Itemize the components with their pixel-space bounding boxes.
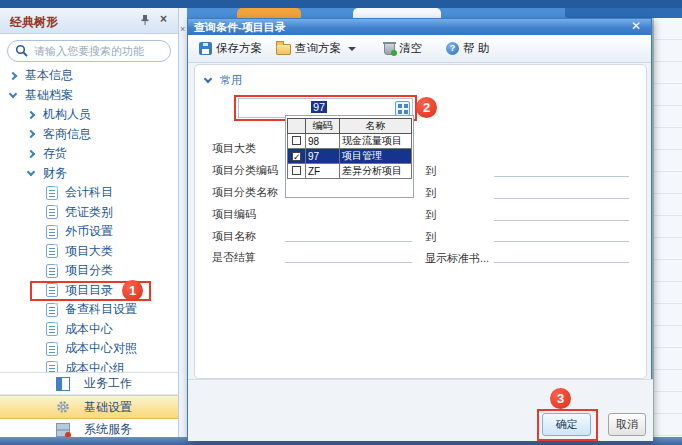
tree-item-label: 备查科目设置 [65, 301, 137, 318]
query-condition-dialog: 查询条件-项目目录 ✕ 保存方案 查询方案 清空 ? 帮 助 [187, 18, 652, 441]
sidebar-title: 经典树形 [10, 14, 58, 31]
tree-item-customer-info[interactable]: 客商信息 [0, 125, 178, 145]
menu-item-label: 业务工作 [84, 375, 132, 392]
search-input[interactable] [7, 40, 171, 62]
background-tab-active[interactable] [237, 8, 301, 18]
clear-button[interactable]: 清空 [379, 39, 427, 58]
background-tab-bar [187, 8, 682, 18]
tree-item-foreign-currency[interactable]: 外币设置 [0, 222, 178, 242]
tree-item-label: 成本中心组 [65, 360, 125, 372]
to-label: 到 [425, 230, 436, 245]
pin-icon[interactable] [140, 14, 150, 26]
tree-item-basic-archives[interactable]: 基础档案 [0, 86, 178, 106]
lookup-grid-icon[interactable] [395, 101, 410, 116]
annotation-badge-1: 1 [122, 280, 143, 301]
sidebar-bottom-menu: 业务工作 基础设置 系统服务 [0, 372, 178, 445]
table-row-selected[interactable]: ✓ 97 项目管理 [288, 149, 412, 164]
tree-item-label: 项目分类 [65, 262, 113, 279]
tree-item-label: 凭证类别 [65, 204, 113, 221]
field-label-settled: 是否结算 [212, 250, 256, 265]
gear-icon [56, 400, 70, 414]
menu-item-business-work[interactable]: 业务工作 [0, 373, 178, 395]
query-plan-button[interactable]: 查询方案 [271, 39, 361, 58]
ok-button[interactable]: 确定 [542, 413, 591, 436]
sidebar-search [7, 40, 171, 62]
section-header-common[interactable]: 常用 [205, 73, 242, 88]
input-underline[interactable] [494, 262, 629, 263]
tree-item-basic-info[interactable]: 基本信息 [0, 66, 178, 86]
document-icon [46, 361, 58, 372]
panel-gap: × [178, 8, 187, 437]
input-underline[interactable] [285, 241, 412, 242]
tree-item-project-directory[interactable]: 项目目录 1 [0, 281, 178, 301]
dialog-titlebar[interactable]: 查询条件-项目目录 ✕ [188, 19, 651, 35]
chevron-down-icon [27, 168, 35, 176]
cell-code: ZF [306, 164, 340, 179]
tree-item-reference-subjects[interactable]: 备查科目设置 [0, 300, 178, 320]
checkbox-unchecked[interactable] [292, 166, 301, 175]
tree-item-project-classification[interactable]: 项目分类 [0, 261, 178, 281]
tree-item-label: 成本中心对照 [65, 340, 137, 357]
input-underline[interactable] [494, 198, 629, 199]
chevron-right-icon [27, 130, 35, 138]
save-plan-label: 保存方案 [216, 41, 262, 56]
input-underline[interactable] [494, 241, 629, 242]
annotation-badge-3: 3 [550, 388, 571, 409]
checkbox-checked[interactable]: ✓ [292, 152, 301, 161]
checkbox-unchecked[interactable] [292, 136, 301, 145]
table-row[interactable]: ZF 差异分析项目 [288, 164, 412, 179]
tree-item-label: 外币设置 [65, 223, 113, 240]
field-label-project-category: 项目大类 [212, 141, 256, 156]
tree-item-cost-center[interactable]: 成本中心 [0, 320, 178, 340]
table-row[interactable]: 98 现金流量项目 [288, 134, 412, 149]
help-button[interactable]: ? 帮 助 [441, 39, 494, 58]
section-label: 常用 [220, 73, 242, 88]
background-tab[interactable] [353, 8, 441, 18]
document-icon [46, 303, 58, 317]
input-underline[interactable] [494, 176, 629, 177]
save-plan-button[interactable]: 保存方案 [194, 39, 267, 58]
cancel-button[interactable]: 取消 [608, 413, 646, 436]
tree-item-cost-center-group[interactable]: 成本中心组 [0, 359, 178, 373]
folder-icon [276, 44, 291, 55]
tree-item-project-category[interactable]: 项目大类 [0, 242, 178, 262]
document-icon [46, 322, 58, 336]
background-grid-area [652, 18, 682, 437]
tree-item-inventory[interactable]: 存货 [0, 144, 178, 164]
tree-item-label: 财务 [43, 165, 67, 182]
server-icon [56, 423, 70, 437]
sidebar-header: 经典树形 × [0, 8, 178, 34]
clear-icon [384, 43, 395, 55]
search-icon [15, 44, 28, 57]
code-header: 编码 [306, 119, 340, 134]
sidebar-close-icon[interactable]: × [160, 12, 167, 26]
navigation-sidebar: 经典树形 × 基本信息 基础档案 机构人员 客商信息 存货 财务 会计科目 凭证… [0, 8, 178, 437]
background-close-glyph: × [180, 24, 185, 34]
category-dropdown-panel: 编码 名称 98 现金流量项目 ✓ 97 项目管理 [285, 115, 414, 198]
category-table: 编码 名称 98 现金流量项目 ✓ 97 项目管理 [287, 118, 412, 179]
tree-item-finance[interactable]: 财务 [0, 164, 178, 184]
display-standard-label: 显示标准书... [425, 251, 489, 266]
input-underline[interactable] [494, 220, 629, 221]
tree-item-label: 客商信息 [43, 126, 91, 143]
to-label: 到 [425, 164, 436, 179]
tree-item-cost-center-mapping[interactable]: 成本中心对照 [0, 339, 178, 359]
document-icon [46, 205, 58, 219]
chevron-right-icon [27, 150, 35, 158]
menu-item-basic-settings[interactable]: 基础设置 [0, 395, 178, 419]
document-icon [46, 342, 58, 356]
document-icon [46, 264, 58, 278]
tree-item-accounting-subjects[interactable]: 会计科目 [0, 183, 178, 203]
document-icon [46, 186, 58, 200]
cell-name: 项目管理 [340, 149, 412, 164]
input-underline[interactable] [285, 262, 412, 263]
table-header-row: 编码 名称 [288, 119, 412, 134]
tree-item-voucher-types[interactable]: 凭证类别 [0, 203, 178, 223]
tree-item-label: 基础档案 [25, 87, 73, 104]
tree-item-org-personnel[interactable]: 机构人员 [0, 105, 178, 125]
dialog-close-icon[interactable]: ✕ [631, 19, 641, 33]
menu-item-label: 系统服务 [84, 421, 132, 438]
app-title-strip [0, 0, 682, 8]
cell-name: 差异分析项目 [340, 164, 412, 179]
chevron-right-icon [9, 72, 17, 80]
